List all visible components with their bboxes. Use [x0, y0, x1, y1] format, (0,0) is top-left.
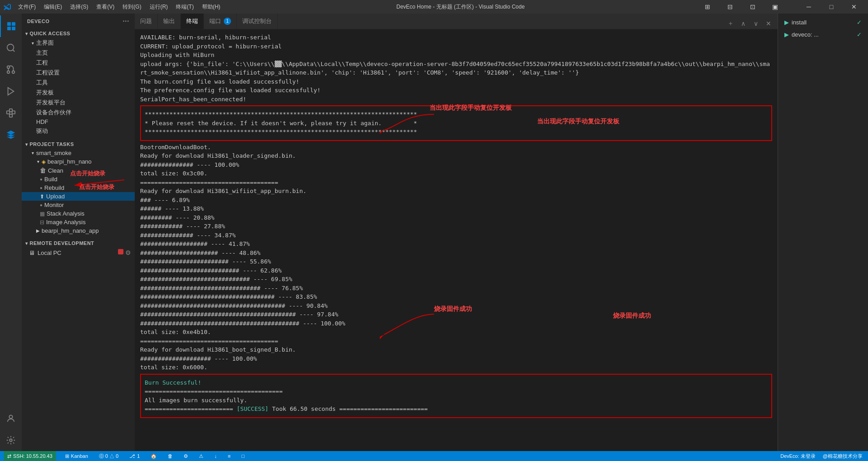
remote-dev-title: REMOTE DEVELOPMENT — [30, 240, 94, 246]
status-down[interactable]: ↓ — [212, 453, 219, 459]
sidebar-item-devboard[interactable]: 开发板 — [22, 88, 135, 98]
tab-add-button[interactable]: ＋ — [725, 18, 736, 29]
sidebar-item-device-partner[interactable]: 设备合作伙伴 — [22, 108, 135, 118]
project-tasks-title: PROJECT TASKS — [30, 141, 74, 147]
terminal-line: ======================================= — [145, 387, 768, 396]
tab-terminal[interactable]: 终端 — [181, 14, 204, 29]
titlebar-btn-layout[interactable]: ⊡ — [742, 0, 763, 14]
titlebar-close-button[interactable]: ✕ — [844, 0, 864, 14]
terminal-line: ############### ---- 100.00% — [140, 160, 772, 169]
right-panel: ▶ install ✓ ▶ deveco: ... ✓ — [778, 14, 868, 451]
status-trash[interactable]: 🗑 — [166, 453, 175, 459]
status-kanban[interactable]: ⊞ Kanban — [63, 453, 90, 459]
menu-terminal[interactable]: 终端(T) — [172, 2, 197, 12]
monitor-circle-icon: ● — [40, 202, 42, 207]
tab-chevron-up-icon[interactable]: ∧ — [738, 18, 749, 29]
menu-file[interactable]: 文件(F) — [14, 2, 39, 12]
sidebar-item-upload[interactable]: ⬆ Upload — [22, 192, 135, 201]
activity-extensions-icon[interactable] — [0, 102, 22, 124]
reset-block: ****************************************… — [140, 105, 772, 141]
sidebar-item-build[interactable]: ● Build — [22, 175, 135, 183]
terminal-content[interactable]: AVAILABLE: burn-serial, hiburn-serialCUR… — [135, 29, 778, 451]
status-warn[interactable]: ⚠ — [197, 453, 205, 459]
status-list[interactable]: ≡ — [226, 453, 232, 459]
titlebar-btn-split[interactable]: ⊟ — [720, 0, 741, 14]
sidebar-item-hdf[interactable]: HDF — [22, 118, 135, 126]
activity-account-icon[interactable] — [0, 408, 22, 429]
status-gear[interactable]: ⚙ — [182, 453, 190, 459]
status-git[interactable]: ⎇ 1 — [127, 453, 142, 459]
menu-goto[interactable]: 转到(G) — [119, 2, 145, 12]
sidebar-item-clean[interactable]: 🗑 Clean — [22, 166, 135, 175]
tab-problems[interactable]: 问题 — [135, 14, 158, 29]
sidebar-item-project-settings[interactable]: 工程设置 — [22, 68, 135, 78]
sidebar-item-rebuild[interactable]: ● Rebuild — [22, 183, 135, 192]
sidebar-item-mainui-section[interactable]: ▾ 主界面 — [22, 38, 135, 48]
tab-debug-console[interactable]: 调试控制台 — [237, 14, 278, 29]
sidebar-label-monitor: Monitor — [44, 202, 135, 208]
sidebar-item-monitor[interactable]: ● Monitor — [22, 201, 135, 209]
sidebar-item-bearpi-app[interactable]: ▶ bearpi_hm_nano_app — [22, 226, 135, 235]
menu-help[interactable]: 帮助(H) — [198, 2, 224, 12]
activity-deveco2-icon[interactable] — [0, 124, 22, 146]
tab-label-debug: 调试控制台 — [242, 17, 272, 25]
tab-output[interactable]: 输出 — [158, 14, 181, 29]
tab-close-panel-icon[interactable]: ✕ — [763, 18, 774, 29]
sidebar-item-stack-analysis[interactable]: ▦ Stack Analysis — [22, 209, 135, 218]
terminal-line: The burn.config file was loaded successf… — [140, 77, 772, 86]
sidebar-item-tools[interactable]: 工具 — [22, 78, 135, 88]
titlebar-left: 文件(F) 编辑(E) 选择(S) 查看(V) 转到(G) 运行(R) 终端(T… — [4, 2, 224, 12]
terminal-progress-line: ###################################### -… — [140, 292, 772, 301]
rebuild-circle-icon: ● — [40, 185, 42, 190]
menu-run[interactable]: 运行(R) — [146, 2, 172, 12]
activity-search-icon[interactable] — [0, 37, 22, 59]
menu-select[interactable]: 选择(S) — [66, 2, 92, 12]
content-wrapper: DEVECO ··· ▾ QUICK ACCESS ▾ 主界面 主页 工程 工程… — [0, 14, 868, 451]
activity-settings-icon[interactable] — [0, 429, 22, 451]
activity-git-icon[interactable] — [0, 59, 22, 80]
terminal-progress-line: ############ ---- 27.88% — [140, 222, 772, 231]
local-pc-settings-icon[interactable]: ⚙ — [125, 249, 131, 256]
right-panel-install[interactable]: ▶ install ✓ — [782, 17, 864, 28]
titlebar-minimize-button[interactable]: ─ — [798, 0, 819, 14]
sidebar-label-mainui: 主界面 — [36, 39, 135, 47]
sidebar-item-driver[interactable]: 驱动 — [22, 126, 135, 136]
activity-run-icon[interactable] — [0, 80, 22, 102]
status-errors[interactable]: ⓪ 0 △ 0 — [97, 453, 120, 460]
activity-deveco-icon[interactable] — [0, 15, 22, 37]
sidebar-menu-icon[interactable]: ··· — [123, 17, 129, 25]
titlebar-menu[interactable]: 文件(F) 编辑(E) 选择(S) 查看(V) 转到(G) 运行(R) 终端(T… — [14, 2, 224, 12]
titlebar-btn-grid[interactable]: ⊞ — [697, 0, 718, 14]
deveco-play-icon: ▶ — [784, 31, 789, 38]
right-panel-deveco[interactable]: ▶ deveco: ... ✓ — [782, 29, 864, 40]
activity-bar — [0, 14, 22, 451]
sidebar-item-devboard-platform[interactable]: 开发板平台 — [22, 98, 135, 108]
project-tasks-section[interactable]: ▾ PROJECT TASKS — [22, 140, 135, 149]
status-kanban-label: Kanban — [71, 453, 88, 459]
status-attribution-label: @棉花糖技术分享 — [823, 453, 863, 460]
quick-access-section[interactable]: ▾ QUICK ACCESS — [22, 29, 135, 38]
terminal-line: ========================= [SUCCESS] Took… — [145, 405, 768, 414]
titlebar-controls: ⊞ ⊟ ⊡ ▣ ─ □ ✕ — [697, 0, 864, 14]
status-square[interactable]: □ — [240, 453, 246, 459]
titlebar-btn-panel[interactable]: ▣ — [765, 0, 786, 14]
sidebar-item-local-pc[interactable]: 🖥 Local PC ⚙ — [22, 248, 135, 258]
sidebar-item-image-analysis[interactable]: ⊟ Image Analysis — [22, 218, 135, 226]
remote-dev-section[interactable]: ▾ REMOTE DEVELOPMENT — [22, 239, 135, 248]
sidebar-item-home[interactable]: 主页 — [22, 48, 135, 58]
sidebar-label-stack-analysis: Stack Analysis — [47, 210, 135, 217]
status-home[interactable]: 🏠 — [149, 453, 159, 459]
titlebar-maximize-button[interactable]: □ — [821, 0, 842, 14]
tab-ports[interactable]: 端口 1 — [204, 14, 237, 29]
sidebar-label-rebuild: Rebuild — [44, 184, 135, 191]
status-deveco[interactable]: DevEco: 未登录 — [778, 453, 817, 460]
menu-edit[interactable]: 编辑(E) — [40, 2, 66, 12]
sidebar-item-project[interactable]: 工程 — [22, 58, 135, 68]
sidebar-item-smart-smoke[interactable]: ▾ smart_smoke — [22, 149, 135, 157]
sidebar: DEVECO ··· ▾ QUICK ACCESS ▾ 主界面 主页 工程 工程… — [22, 14, 135, 451]
menu-view[interactable]: 查看(V) — [93, 2, 118, 12]
sidebar-item-bearpi-hm-nano[interactable]: ▾ ◈ bearpi_hm_nano — [22, 157, 135, 166]
status-ssh[interactable]: ⇄ SSH: 10.55.20.43 — [4, 451, 56, 461]
terminal-progress-line: ########################################… — [140, 310, 772, 319]
tab-chevron-down-icon[interactable]: ∨ — [750, 18, 761, 29]
